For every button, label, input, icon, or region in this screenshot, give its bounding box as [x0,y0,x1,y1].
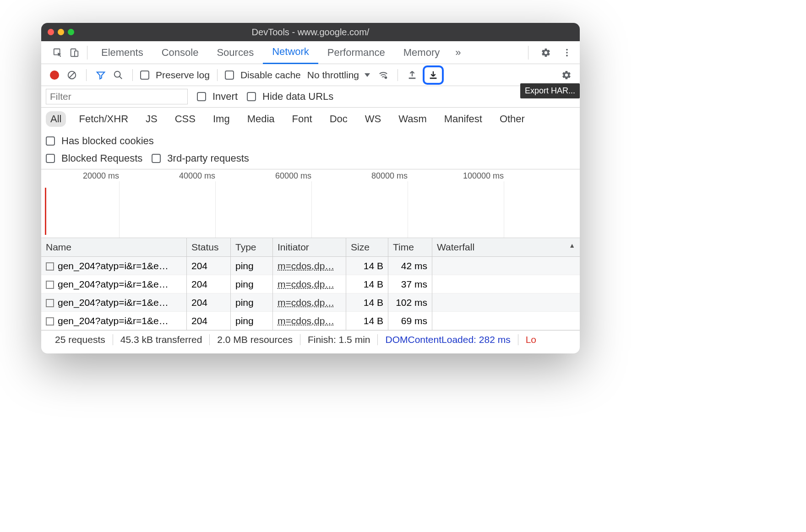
filter-chip-css[interactable]: CSS [170,111,200,127]
record-button[interactable] [48,68,61,82]
col-status[interactable]: Status [187,238,231,256]
preserve-log-label: Preserve log [156,70,210,81]
network-toolbar: Preserve log Disable cache No throttling… [41,64,580,86]
filter-chip-doc[interactable]: Doc [325,111,352,127]
tab-console[interactable]: Console [152,41,208,64]
export-har-icon[interactable] [426,68,440,82]
settings-gear-icon[interactable] [538,44,554,61]
sort-arrow-icon: ▲ [569,242,575,249]
table-row[interactable]: gen_204?atyp=i&r=1&e…204pingm=cdos,dp…14… [41,257,580,275]
export-har-highlight [423,65,444,85]
status-requests: 25 requests [48,334,113,345]
filter-bar: Invert Hide data URLs [41,86,580,108]
filter-chip-font[interactable]: Font [288,111,317,127]
timeline-tick: 80000 ms [371,171,408,181]
timeline-overview[interactable]: 20000 ms40000 ms60000 ms80000 ms100000 m… [41,169,580,238]
timeline-tick: 100000 ms [463,171,504,181]
col-size[interactable]: Size [346,238,388,256]
col-name[interactable]: Name [41,238,187,256]
filter-chip-fetch-xhr[interactable]: Fetch/XHR [74,111,133,127]
disable-cache-checkbox[interactable]: Disable cache [225,70,301,81]
more-tabs-button[interactable]: » [449,47,467,59]
svg-point-10 [385,76,387,79]
filter-chip-manifest[interactable]: Manifest [440,111,487,127]
status-domcontentloaded: DOMContentLoaded: 282 ms [378,334,518,345]
svg-line-7 [69,72,75,78]
throttling-dropdown[interactable]: No throttling [305,70,373,81]
export-har-tooltip: Export HAR... [520,83,580,98]
network-settings-gear-icon[interactable] [560,68,573,82]
file-icon [46,317,54,326]
request-rows: gen_204?atyp=i&r=1&e…204pingm=cdos,dp…14… [41,257,580,330]
col-time[interactable]: Time [388,238,432,256]
col-initiator[interactable]: Initiator [273,238,346,256]
kebab-menu-icon[interactable] [559,44,575,61]
tab-performance[interactable]: Performance [318,41,394,64]
col-type[interactable]: Type [231,238,273,256]
col-waterfall[interactable]: Waterfall▲ [432,238,580,256]
file-icon [46,262,54,271]
timeline-tick: 60000 ms [275,171,311,181]
device-toolbar-icon[interactable] [66,44,82,61]
status-finish: Finish: 1.5 min [300,334,378,345]
status-resources: 2.0 MB resources [210,334,300,345]
status-bar: 25 requests 45.3 kB transferred 2.0 MB r… [41,330,580,348]
import-har-icon[interactable] [405,68,419,82]
file-icon [46,299,54,307]
svg-rect-12 [430,77,437,79]
clear-button[interactable] [65,68,79,82]
window-close-button[interactable] [48,29,54,35]
invert-label: Invert [212,91,238,103]
svg-rect-11 [409,77,416,79]
throttling-label: No throttling [307,70,359,81]
file-icon [46,281,54,289]
status-load: Lo [518,334,536,345]
filter-chip-all[interactable]: All [46,111,66,127]
network-conditions-icon[interactable] [376,68,390,82]
svg-point-4 [566,52,568,54]
preserve-log-checkbox[interactable]: Preserve log [140,70,210,81]
has-blocked-cookies-checkbox[interactable]: Has blocked cookies [46,135,154,147]
tab-elements[interactable]: Elements [92,41,152,64]
tab-memory[interactable]: Memory [394,41,449,64]
third-party-checkbox[interactable]: 3rd-party requests [152,152,249,164]
window-title: DevTools - www.google.com/ [41,27,580,38]
svg-point-5 [566,54,568,56]
status-transferred: 45.3 kB transferred [113,334,210,345]
timeline-load-marker [45,188,46,235]
type-filter-row: AllFetch/XHRJSCSSImgMediaFontDocWSWasmMa… [41,108,580,151]
svg-line-9 [120,76,122,79]
blocked-requests-checkbox[interactable]: Blocked Requests [46,152,142,164]
window-maximize-button[interactable] [68,29,74,35]
main-tabbar: ElementsConsoleSourcesNetworkPerformance… [41,41,580,64]
filter-chip-ws[interactable]: WS [360,111,386,127]
timeline-tick: 20000 ms [83,171,119,181]
inspect-element-icon[interactable] [49,44,66,61]
hide-data-urls-label: Hide data URLs [262,91,333,103]
invert-checkbox[interactable]: Invert [197,91,238,103]
devtools-window: DevTools - www.google.com/ ElementsConso… [41,23,580,353]
table-header: Name Status Type Initiator Size Time Wat… [41,238,580,257]
svg-point-3 [566,49,568,50]
table-row[interactable]: gen_204?atyp=i&r=1&e…204pingm=cdos,dp…14… [41,293,580,312]
titlebar: DevTools - www.google.com/ [41,23,580,41]
filter-icon[interactable] [94,68,108,82]
svg-point-8 [114,71,120,77]
filter-chip-media[interactable]: Media [243,111,279,127]
timeline-tick: 40000 ms [179,171,215,181]
tab-sources[interactable]: Sources [207,41,263,64]
svg-rect-2 [75,51,78,56]
filter-chip-js[interactable]: JS [141,111,162,127]
filter-chip-other[interactable]: Other [495,111,529,127]
third-party-label: 3rd-party requests [167,152,249,164]
filter-input[interactable] [46,89,188,104]
search-icon[interactable] [111,68,125,82]
filter-chip-img[interactable]: Img [208,111,234,127]
table-row[interactable]: gen_204?atyp=i&r=1&e…204pingm=cdos,dp…14… [41,312,580,330]
window-minimize-button[interactable] [58,29,64,35]
hide-data-urls-checkbox[interactable]: Hide data URLs [247,91,333,103]
blocked-requests-label: Blocked Requests [61,152,142,164]
filter-chip-wasm[interactable]: Wasm [394,111,431,127]
table-row[interactable]: gen_204?atyp=i&r=1&e…204pingm=cdos,dp…14… [41,275,580,293]
tab-network[interactable]: Network [263,41,318,64]
